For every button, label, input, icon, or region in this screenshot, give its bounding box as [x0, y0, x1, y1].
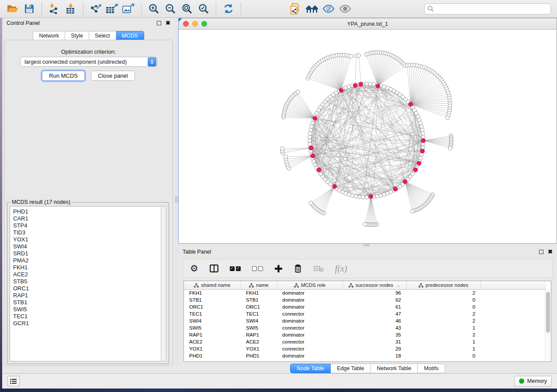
table-tab-network-table[interactable]: Network Table — [371, 364, 418, 373]
cell-name[interactable]: ACE2 — [241, 338, 277, 345]
tab-style[interactable]: Style — [65, 31, 89, 41]
cell-MCDS-role[interactable]: dominator — [277, 331, 343, 338]
zoom-selected-icon[interactable] — [196, 2, 211, 16]
cell-name[interactable]: STB1 — [241, 296, 277, 303]
zoom-out-icon[interactable] — [163, 2, 178, 16]
cell-predecessor-nodes[interactable]: 2 — [406, 317, 481, 324]
import-network-icon[interactable] — [47, 2, 62, 16]
mcds-result-item[interactable]: CAR1 — [13, 215, 166, 222]
zoom-in-icon[interactable] — [146, 2, 161, 16]
mcds-result-item[interactable]: PHD1 — [13, 208, 166, 215]
column-header-name[interactable]: name — [241, 281, 277, 289]
network-canvas[interactable] — [179, 30, 557, 243]
mcds-result-item[interactable]: SWI4 — [13, 243, 166, 250]
export-network-icon[interactable] — [88, 2, 103, 16]
mcds-result-item[interactable]: ACE2 — [13, 271, 166, 278]
mcds-result-item[interactable]: GCR1 — [13, 320, 166, 327]
table-tab-node-table[interactable]: Node Table — [290, 364, 331, 373]
cell-name[interactable]: SWI4 — [241, 317, 277, 324]
table-row[interactable]: ACE2ACE2connector311 — [184, 338, 546, 345]
cell-shared-name[interactable]: SWI5 — [184, 324, 241, 331]
cell-shared-name[interactable]: YOX1 — [184, 345, 241, 352]
column-header-predecessor-nodes[interactable]: predecessor nodes — [406, 281, 481, 289]
cell-name[interactable]: FKH1 — [241, 289, 277, 296]
create-column-plus-icon[interactable] — [274, 265, 283, 273]
horizontal-splitter[interactable] — [178, 244, 557, 247]
deselect-all-columns-icon[interactable] — [252, 266, 263, 271]
mcds-result-item[interactable]: RAP1 — [13, 292, 166, 299]
cell-successor-nodes[interactable]: 46 — [343, 317, 406, 324]
table-row[interactable]: FKH1FKH1dominator962 — [184, 289, 546, 296]
table-row[interactable]: STB1STB1dominator620 — [184, 296, 546, 303]
cell-name[interactable]: ORC1 — [241, 303, 277, 310]
cell-predecessor-nodes[interactable]: 1 — [406, 324, 481, 331]
mcds-result-item[interactable]: SWI5 — [13, 306, 166, 313]
cell-predecessor-nodes[interactable]: 2 — [406, 310, 481, 317]
tab-select[interactable]: Select — [89, 31, 116, 41]
cell-predecessor-nodes[interactable]: 2 — [406, 331, 481, 338]
cell-name[interactable]: SWI5 — [241, 324, 277, 331]
scrollbar-thumb[interactable] — [546, 292, 550, 333]
cell-MCDS-role[interactable]: dominator — [277, 303, 343, 310]
cell-name[interactable]: PHD1 — [241, 352, 277, 359]
mcds-result-item[interactable]: ORC1 — [13, 285, 166, 292]
show-columns-icon[interactable] — [210, 265, 218, 272]
table-settings-gear-icon[interactable]: ⚙ — [190, 264, 198, 273]
cell-shared-name[interactable]: PHD1 — [184, 352, 241, 359]
mcds-result-item[interactable]: YOX1 — [13, 236, 166, 243]
cell-name[interactable]: YOX1 — [241, 345, 277, 352]
select-all-columns-icon[interactable] — [230, 266, 241, 271]
mcds-result-item[interactable]: TEC1 — [13, 313, 166, 320]
cell-shared-name[interactable]: ACE2 — [184, 338, 241, 345]
cell-MCDS-role[interactable]: dominator — [277, 289, 343, 296]
cell-MCDS-role[interactable]: dominator — [277, 317, 343, 324]
cell-successor-nodes[interactable]: 61 — [343, 303, 406, 310]
node-table[interactable]: shared namenameMCDS rolesuccessor nodes⌄… — [184, 281, 546, 359]
mcds-result-item[interactable]: PMA2 — [13, 257, 166, 264]
tab-mcds[interactable]: MCDS — [116, 31, 144, 41]
cell-successor-nodes[interactable]: 18 — [343, 352, 406, 359]
close-panel-icon[interactable]: ✖ — [166, 21, 170, 25]
table-row[interactable]: RAP1RAP1dominator352 — [184, 331, 546, 338]
table-row[interactable]: SWI5SWI5connector431 — [184, 324, 546, 331]
new-network-icon[interactable] — [288, 2, 303, 16]
table-row[interactable]: SWI4SWI4dominator462 — [184, 317, 546, 324]
houses-icon[interactable] — [304, 2, 319, 16]
cell-predecessor-nodes[interactable]: 2 — [406, 289, 481, 296]
import-table-icon[interactable] — [63, 2, 78, 16]
cell-predecessor-nodes[interactable]: 1 — [406, 345, 481, 352]
table-row[interactable]: PHD1PHD1dominator180 — [184, 352, 546, 359]
cell-shared-name[interactable]: SWI4 — [184, 317, 241, 324]
table-row[interactable]: TEC1TEC1connector472 — [184, 310, 546, 317]
run-mcds-button[interactable]: Run MCDS — [42, 71, 85, 81]
mcds-list-scrollbar[interactable] — [161, 206, 166, 361]
function-builder-icon[interactable]: f(x) — [335, 264, 347, 274]
cell-predecessor-nodes[interactable]: 0 — [406, 296, 481, 303]
mcds-result-item[interactable]: TID3 — [13, 229, 166, 236]
column-header-MCDS-role[interactable]: MCDS role — [277, 281, 343, 289]
table-tab-motifs[interactable]: Motifs — [418, 364, 445, 373]
column-header-shared-name[interactable]: shared name — [184, 281, 241, 289]
splitter-grip[interactable] — [175, 196, 178, 203]
close-panel-icon[interactable]: ✖ — [548, 250, 553, 254]
export-image-icon[interactable] — [121, 2, 136, 16]
search-input[interactable] — [434, 4, 548, 13]
cell-successor-nodes[interactable]: 96 — [343, 289, 406, 296]
show-eye-icon[interactable] — [338, 2, 353, 16]
cell-shared-name[interactable]: FKH1 — [184, 289, 241, 296]
optimization-criterion-select[interactable]: largest connected component (undirected) — [20, 57, 157, 67]
table-tab-edge-table[interactable]: Edge Table — [331, 364, 370, 373]
cell-successor-nodes[interactable]: 47 — [343, 310, 406, 317]
save-session-icon[interactable] — [22, 2, 37, 16]
table-row[interactable]: YOX1YOX1connector291 — [184, 345, 546, 352]
mcds-result-item[interactable]: SRD1 — [13, 250, 166, 257]
cell-successor-nodes[interactable]: 62 — [343, 296, 406, 303]
column-header-successor-nodes[interactable]: successor nodes⌄ — [343, 281, 406, 289]
table-row[interactable]: ORC1ORC1dominator610 — [184, 303, 546, 310]
apply-layout-icon[interactable] — [221, 2, 236, 16]
vertical-splitter[interactable] — [175, 18, 178, 373]
network-window-titlebar[interactable]: YPA_prune.txt_1 — [179, 18, 557, 30]
cell-successor-nodes[interactable]: 29 — [343, 345, 406, 352]
cell-MCDS-role[interactable]: dominator — [277, 296, 343, 303]
cell-predecessor-nodes[interactable]: 0 — [406, 352, 481, 359]
